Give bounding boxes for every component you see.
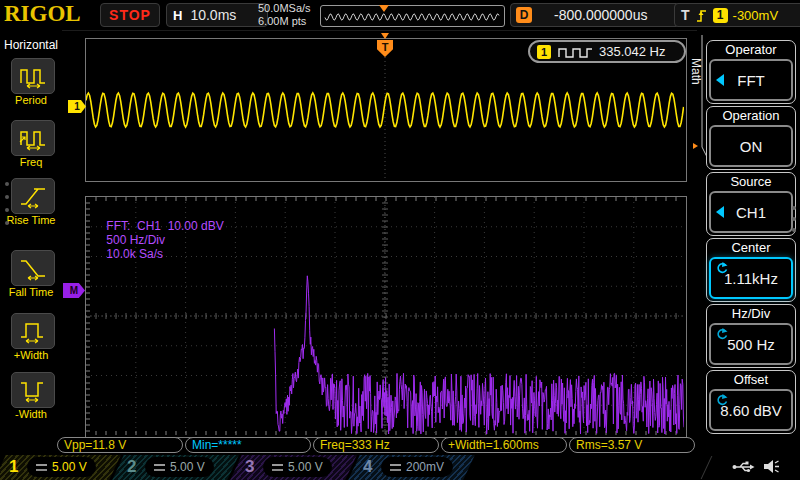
timebase-value: 10.0ms [190, 7, 236, 23]
preview-trigger-marker-icon [379, 5, 389, 12]
menu-value: 500 Hz [709, 323, 793, 365]
fft-source-scale: FFT: CH1 10.00 dBV [106, 219, 223, 233]
fall-time-icon [18, 255, 48, 281]
square-wave-icon [557, 45, 593, 58]
channel-scale-box: 5.00 V [145, 457, 214, 477]
measure-item-fall-time[interactable] [11, 250, 55, 286]
delay-icon: D [516, 7, 532, 23]
dial-icon [714, 261, 728, 274]
measurement-freq[interactable]: Freq=333 Hz [313, 437, 439, 453]
channel-number: 2 [127, 457, 136, 477]
measure-label-rise-time: Rise Time [0, 214, 62, 226]
channel-2-status[interactable]: 2 5.00 V [118, 455, 233, 480]
menu-item-hz-div[interactable]: Hz/Div 500 Hz [706, 304, 796, 368]
measure-label-fall-time: Fall Time [0, 286, 62, 298]
measurement-width[interactable]: +Width=1.600ms [441, 437, 567, 453]
menu-item-source[interactable]: Source CH1 [706, 172, 796, 236]
tab-math[interactable]: Math [689, 58, 703, 85]
page-dot [792, 228, 796, 232]
measure-label-plus-width: +Width [0, 349, 62, 361]
h-label: H [173, 8, 182, 23]
fft-hz-per-div: 500 Hz/Div [106, 233, 165, 247]
ch1-position-marker[interactable]: 1 [68, 100, 86, 113]
measurement-rms[interactable]: Rms=3.57 V [569, 437, 695, 453]
counter-frequency-value: 335.042 Hz [599, 44, 666, 59]
rigol-logo: RIGOL [4, 1, 81, 27]
measurement-vpp[interactable]: Vpp=11.8 V [57, 437, 183, 453]
measurement-min[interactable]: Min=***** [185, 437, 311, 453]
period-icon [18, 63, 48, 89]
page-dot [792, 206, 796, 210]
channel-1-status[interactable]: 1 5.00 V [0, 455, 115, 480]
memory-depth: 6.00M pts [258, 15, 311, 28]
dc-coupling-icon [272, 464, 283, 471]
page-dot [5, 221, 9, 225]
trigger-box[interactable]: T 1 -300mV [674, 3, 800, 27]
menu-label: Operator [707, 41, 795, 59]
menu-label: Offset [707, 371, 795, 389]
trigger-level-value: -300mV [733, 8, 779, 23]
channel-scale: 200mV [406, 460, 444, 474]
menu-value: 1.11kHz [709, 257, 793, 299]
menu-item-operation[interactable]: Operation ON [706, 106, 796, 170]
waveform-preview-strip[interactable] [320, 5, 505, 27]
menu-label: Center [707, 239, 795, 257]
run-stop-button[interactable]: STOP [100, 3, 160, 27]
dc-coupling-icon [390, 464, 401, 471]
menu-item-center[interactable]: Center 1.11kHz [706, 238, 796, 302]
fft-window: FFT: CH1 10.00 dBV 500 Hz/Div 10.0k Sa/s [85, 196, 687, 438]
dc-coupling-icon [154, 464, 165, 471]
sample-rate: 50.0MSa/s [258, 2, 311, 15]
arrow-left-icon [716, 206, 724, 218]
math-menu-panel: Math Operator FFT Operation ON Source CH… [697, 30, 800, 455]
trigger-source-badge: 1 [713, 8, 728, 23]
menu-value: ON [709, 125, 793, 167]
measure-item-rise-time[interactable] [11, 178, 55, 214]
rise-time-icon [18, 183, 48, 209]
measure-label-period: Period [0, 94, 62, 106]
freq-icon [18, 125, 48, 151]
frequency-counter-badge: 1 335.042 Hz [528, 40, 686, 63]
plus-width-icon [18, 318, 48, 344]
menu-value: 8.60 dBV [709, 389, 793, 431]
delay-box[interactable]: D -800.000000us [510, 3, 680, 27]
trigger-position-arrow-icon [381, 33, 389, 39]
acquisition-info: 50.0MSa/s 6.00M pts [258, 2, 311, 28]
page-dot [5, 182, 9, 186]
speaker-icon [763, 459, 781, 474]
menu-label: Source [707, 173, 795, 191]
measure-item-freq[interactable] [11, 120, 55, 156]
top-status-bar: RIGOL STOP H 10.0ms 50.0MSa/s 6.00M pts … [0, 0, 800, 31]
channel-scale-box: 200mV [381, 457, 453, 477]
channel-scale-box: 5.00 V [263, 457, 332, 477]
left-measure-menu: Horizontal Period Freq Rise Time Fall Ti… [0, 30, 62, 455]
measure-item-period[interactable] [11, 58, 55, 94]
preview-waveform [321, 6, 502, 24]
trigger-edge-icon [695, 8, 708, 23]
channel-status-bar: 1 5.00 V 2 5.00 V 3 5.00 V 4 200mV [0, 455, 800, 480]
menu-item-offset[interactable]: Offset 8.60 dBV [706, 370, 796, 434]
channel-number: 4 [363, 457, 372, 477]
left-menu-title: Horizontal [0, 38, 62, 52]
measure-item-minus-width[interactable] [11, 372, 55, 408]
page-dot [5, 208, 9, 212]
dc-coupling-icon [36, 464, 47, 471]
measure-label-minus-width: -Width [0, 408, 62, 420]
horizontal-timebase-box[interactable]: H 10.0ms [166, 3, 268, 27]
menu-label: Operation [707, 107, 795, 125]
run-state-label: STOP [109, 7, 151, 23]
dial-icon [714, 327, 728, 340]
measure-item-plus-width[interactable] [11, 313, 55, 349]
arrow-left-icon [716, 74, 724, 86]
channel-4-status[interactable]: 4 200mV [354, 455, 469, 480]
menu-label: Hz/Div [707, 305, 795, 323]
menu-value: CH1 [709, 191, 793, 233]
math-position-marker[interactable]: M [63, 283, 85, 298]
menu-item-operator[interactable]: Operator FFT [706, 40, 796, 104]
minus-width-icon [18, 377, 48, 403]
fft-settings-readout: FFT: CH1 10.00 dBV 500 Hz/Div 10.0k Sa/s [93, 205, 246, 275]
measure-label-freq: Freq [0, 156, 62, 168]
channel-3-status[interactable]: 3 5.00 V [236, 455, 351, 480]
delay-value: -800.000000us [554, 7, 647, 23]
channel-scale: 5.00 V [52, 460, 87, 474]
